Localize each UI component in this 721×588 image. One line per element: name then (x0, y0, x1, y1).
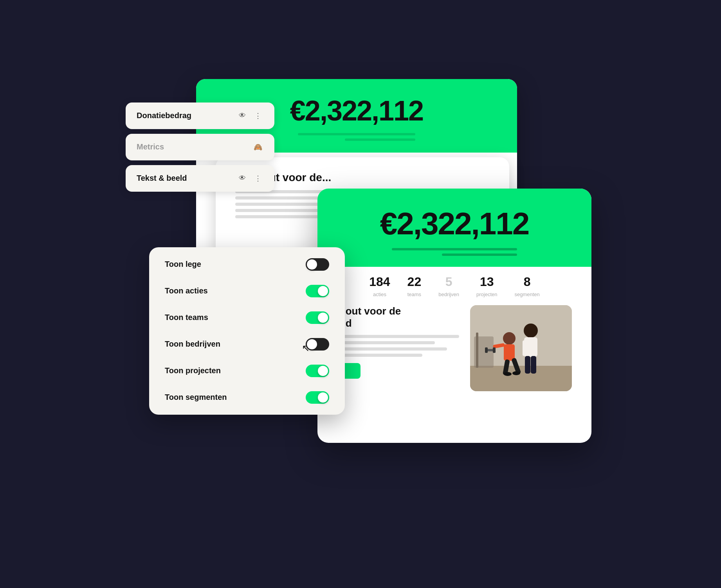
front-stat-num-projecten: 13 (480, 275, 494, 289)
eye-slash-icon[interactable]: 🙈 (252, 142, 263, 153)
svg-rect-3 (476, 333, 478, 368)
more-icon[interactable]: ⋮ (252, 110, 263, 121)
front-stat-label-acties: acties (373, 291, 386, 297)
progress-bar-1 (298, 133, 415, 135)
eye-icon[interactable]: 👁 (237, 110, 248, 121)
toggle-switch-wrap-bedrijven: ↖ (306, 338, 329, 351)
front-text-line-4 (337, 354, 422, 357)
front-workout-title: ...out voor de...d (337, 305, 459, 329)
gym-image-container (470, 305, 572, 391)
front-stat-label-teams: teams (407, 291, 421, 297)
front-stat-bedrijven: 5 bedrijven (438, 275, 459, 297)
card-icons-metrics: 🙈 (252, 142, 263, 153)
toggle-thumb-teams (318, 313, 328, 323)
scene: €2,322,112 184 acties 22 teams 5 bedrijv… (126, 79, 595, 509)
toggle-thumb-acties (318, 286, 328, 296)
front-stat-projecten: 13 projecten (476, 275, 497, 297)
svg-rect-8 (525, 356, 530, 374)
front-stat-label-bedrijven: bedrijven (438, 291, 459, 297)
front-card: €2,322,112 184 acties 22 teams 5 bedrijv… (317, 189, 591, 443)
toggle-track-lege (306, 258, 329, 271)
gym-image (470, 305, 572, 391)
card-icons-tekst: 👁 ⋮ (237, 173, 263, 184)
toggle-track-acties (306, 285, 329, 297)
front-stat-label-projecten: projecten (476, 291, 497, 297)
svg-rect-1 (470, 366, 572, 391)
toggle-label-lege: Toon lege (165, 260, 201, 269)
settings-label-tekst: Tekst & beeld (137, 174, 187, 183)
front-text-line-3 (337, 347, 447, 351)
toggle-row-teams: Toon teams (149, 304, 345, 331)
settings-label-metrics: Metrics (137, 142, 164, 151)
eye-icon-2[interactable]: 👁 (237, 173, 248, 184)
toggle-label-projecten: Toon projecten (165, 366, 221, 375)
svg-point-4 (524, 324, 538, 338)
toggle-track-segmenten (306, 391, 329, 404)
front-stat-num-teams: 22 (407, 275, 422, 289)
front-stat-segmenten: 8 segmenten (514, 275, 539, 297)
toggle-row-bedrijven: Toon bedrijven ↖ (149, 331, 345, 358)
settings-label-donatiebedrag: Donatiebedrag (137, 111, 191, 120)
svg-point-10 (503, 332, 516, 345)
svg-rect-18 (485, 347, 488, 353)
svg-rect-19 (493, 347, 496, 353)
svg-rect-7 (533, 340, 537, 356)
toggle-label-teams: Toon teams (165, 313, 208, 322)
front-card-content: ...out voor de...d (317, 305, 591, 403)
toggle-switch-lege[interactable] (306, 258, 329, 271)
toggle-switch-projecten[interactable] (306, 365, 329, 377)
toggle-row-lege: Toon lege (149, 251, 345, 278)
toggle-thumb-projecten (318, 366, 328, 376)
more-icon-2[interactable]: ⋮ (252, 173, 263, 184)
front-progress-bars (392, 248, 517, 256)
back-progress-bars (298, 133, 415, 141)
svg-point-15 (504, 372, 512, 376)
front-card-text: ...out voor de...d (337, 305, 459, 379)
front-card-amount: €2,322,112 (380, 206, 529, 242)
toggle-track-teams (306, 311, 329, 324)
svg-rect-11 (504, 344, 515, 361)
toggle-track-projecten (306, 365, 329, 377)
toggle-switch-teams[interactable] (306, 311, 329, 324)
front-stat-num-bedrijven: 5 (445, 275, 452, 289)
toggle-row-acties: Toon acties (149, 278, 345, 304)
toggle-row-projecten: Toon projecten (149, 358, 345, 384)
front-stat-num-segmenten: 8 (524, 275, 531, 289)
gym-svg (470, 305, 572, 391)
front-stat-num-acties: 184 (369, 275, 390, 289)
toggle-thumb-segmenten (318, 392, 328, 403)
toggle-label-acties: Toon acties (165, 286, 208, 295)
front-text-line-2 (337, 341, 435, 344)
cursor-pointer-icon: ↖ (302, 343, 310, 354)
front-text-line-1 (337, 335, 459, 338)
front-stat-label-segmenten: segmenten (514, 291, 539, 297)
svg-point-16 (512, 371, 520, 375)
svg-rect-6 (523, 340, 526, 356)
toggle-row-segmenten: Toon segmenten (149, 384, 345, 411)
toggle-switch-segmenten[interactable] (306, 391, 329, 404)
front-progress-bar-2 (442, 254, 517, 256)
toggle-label-bedrijven: Toon bedrijven (165, 340, 220, 349)
toggle-switch-acties[interactable] (306, 285, 329, 297)
front-stats-row: 184 acties 22 teams 5 bedrijven 13 proje… (317, 267, 591, 305)
settings-card-donatiebedrag: Donatiebedrag 👁 ⋮ (126, 102, 274, 129)
settings-card-metrics: Metrics 🙈 (126, 134, 274, 160)
front-stat-acties: 184 acties (369, 275, 390, 297)
progress-bar-2 (345, 138, 415, 141)
card-icons-donatiebedrag: 👁 ⋮ (237, 110, 263, 121)
front-text-lines (337, 335, 459, 357)
toggle-panel: Toon lege Toon acties Toon teams (149, 247, 345, 415)
front-progress-bar-1 (392, 248, 517, 250)
settings-card-tekst: Tekst & beeld 👁 ⋮ (126, 165, 274, 192)
toggle-label-segmenten: Toon segmenten (165, 393, 227, 402)
settings-cards: Donatiebedrag 👁 ⋮ Metrics 🙈 Tekst & beel… (126, 102, 274, 192)
front-card-header: €2,322,112 (317, 189, 591, 267)
toggle-thumb-lege (307, 259, 317, 270)
front-stat-teams: 22 teams (407, 275, 422, 297)
back-card-amount: €2,322,112 (290, 95, 423, 127)
svg-rect-9 (531, 356, 536, 374)
